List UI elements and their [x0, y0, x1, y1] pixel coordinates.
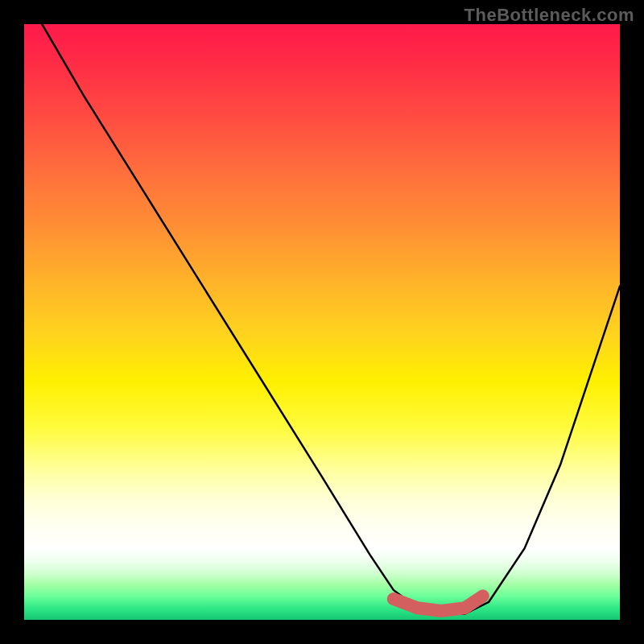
watermark-text: TheBottleneck.com — [464, 5, 634, 26]
plot-area — [24, 24, 620, 620]
bottleneck-curve-path — [42, 24, 620, 614]
chart-frame: TheBottleneck.com — [0, 0, 644, 644]
highlight-band-path — [394, 596, 483, 611]
curve-layer — [24, 24, 620, 620]
